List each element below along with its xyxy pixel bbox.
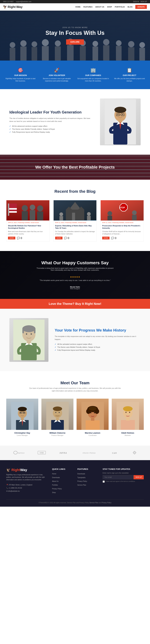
svg-point-87 — [18, 407, 27, 411]
ideological-paragraph: The rise of mobile devices obligates to … — [9, 117, 94, 123]
testimonials-title: What Our Happy Customers Say — [6, 260, 144, 265]
footer-link-privacy[interactable]: Privacy Policy — [52, 488, 62, 490]
svg-point-99 — [53, 406, 62, 411]
blog-meta-3: MAR 12, 2022 | Financing Activities, Soc… — [101, 220, 143, 224]
vote-check-3: Fully Responsive layout and Retina Displ… — [55, 349, 141, 351]
svg-rect-42 — [9, 210, 17, 211]
footer-feature-privacy[interactable]: Privacy Policy — [77, 480, 87, 482]
vote-paragraph: The template is fully responsive and can… — [55, 335, 141, 341]
nav-home[interactable]: HOME — [75, 6, 80, 8]
blog-card-3: STOP MAR 12, 2022 | Financing Activities… — [100, 200, 144, 242]
top-bar-auth[interactable]: SIGN IN SIGN UP — [133, 1, 147, 2]
blog-more-btn-1[interactable]: MORE — [8, 236, 15, 240]
top-bar-contact: 0800 123 4567 support@website.com — [3, 1, 31, 2]
footer-link-about[interactable]: About Us — [52, 480, 58, 482]
logo-icon: 🦅 — [3, 5, 7, 9]
feature-project: 📋 OUR PROJECT We offer you the best prof… — [112, 66, 147, 84]
footer-logo: 🦅 RightWay — [6, 468, 47, 472]
team-role-christopher: Lorem Manager — [6, 434, 38, 436]
feature-companies: 🏢 OUR COMPANIES Get acquainted with our … — [76, 66, 111, 84]
check-item-2: The theme uses Mobile Friendly sliders: … — [9, 128, 94, 130]
team-card-marsha: Marsha Leamon Coordinator — [77, 399, 109, 436]
cta-text: Love the Theme? Buy It Right Now! — [6, 302, 144, 306]
team-section: Meet Our Team Our team of professionals … — [0, 371, 150, 446]
blog-more-btn-2[interactable]: MORE — [55, 236, 63, 240]
signup-link[interactable]: SIGN UP — [140, 1, 147, 2]
nav-shop[interactable]: SHOP — [107, 6, 112, 8]
nav-portfolio[interactable]: PORTFOLIO — [115, 6, 125, 8]
marsha-portrait — [80, 402, 105, 430]
blog-category-2: Financing Activities, Social Issues — [65, 222, 86, 223]
vote-title: Your Vote for Progress We Make History — [55, 328, 141, 332]
svg-rect-7 — [42, 46, 49, 60]
hero-title: Stay In Focus With Us — [46, 30, 104, 36]
footer-email-input-group: SIGN UP — [103, 475, 144, 479]
svg-rect-47 — [22, 211, 28, 220]
mission-desc: RightWay helps hundreds of people to sta… — [5, 78, 36, 82]
blog-date-3: MAR 12, 2022 — [102, 222, 111, 223]
footer-feature-typography[interactable]: Typography — [77, 477, 85, 478]
svg-rect-114 — [121, 420, 135, 430]
blog-more-btn-3[interactable]: MORE — [102, 236, 109, 240]
svg-point-33 — [122, 114, 123, 115]
main-nav: HOME FEATURES ABOUT US SHOP PORTFOLIO BL… — [75, 5, 147, 9]
privacy-policy-link[interactable]: Privacy Policy — [102, 502, 111, 504]
svg-point-65 — [107, 211, 112, 216]
footer-checkbox[interactable] — [103, 480, 105, 482]
ideological-title: Ideological Leader For Youth Generation — [9, 110, 94, 114]
feature-volunteer: 🚀 JOIN VOLUNTEER Become a volunteer now … — [40, 66, 74, 84]
footer-checkbox-group: I have read and agree to the terms & con… — [103, 480, 144, 482]
svg-rect-13 — [80, 46, 86, 60]
hero-explore-button[interactable]: EXPLORE — [66, 39, 84, 45]
donate-button[interactable]: DONATE — [135, 5, 147, 9]
blog-grid: APR 23, 2022 | Financing Activities, Soc… — [6, 200, 144, 242]
blog-image-3: STOP — [101, 200, 143, 220]
logo[interactable]: 🦅 RightWay — [3, 5, 23, 9]
footer: 🦅 RightWay RightWay has a huge professio… — [0, 460, 150, 507]
service-plan-link[interactable]: Service Plan — [89, 502, 98, 504]
footer-feature-downloads[interactable]: Downloads — [77, 473, 85, 475]
footer-newsletter-title: Stay Tuned for Updates — [103, 468, 144, 470]
optimus-logo: Optimus — [12, 450, 25, 455]
nav-blog[interactable]: BLOG — [128, 6, 133, 8]
footer-link-shop[interactable]: Shop — [52, 492, 56, 494]
svg-rect-21 — [128, 47, 134, 60]
nav-features[interactable]: FEATURES — [83, 6, 92, 8]
cnr-logo: C&R — [111, 450, 119, 455]
mission-title: OUR MISSION — [5, 74, 36, 76]
signin-link[interactable]: SIGN IN — [133, 1, 139, 2]
footer-signup-button[interactable]: SIGN UP — [133, 475, 144, 479]
footer-link-home[interactable]: Home — [52, 473, 56, 475]
blog-card-2: MAR 12, 2022 | Financing Activities, Soc… — [53, 200, 97, 242]
team-card-odell: Odell Holmes Marketer — [112, 399, 144, 436]
svg-rect-1 — [10, 48, 15, 60]
footer-email-field[interactable] — [103, 475, 133, 479]
svg-rect-43 — [9, 211, 17, 213]
footer-link-downloads[interactable]: Downloads — [52, 477, 60, 478]
svg-point-117 — [123, 406, 132, 411]
footer-contact: 📍 379 Main Street, London, England 📞 +1 … — [6, 484, 47, 493]
footer-email: ✉ info@website.inc — [6, 490, 47, 493]
svg-point-67 — [132, 210, 136, 215]
svg-point-45 — [30, 205, 35, 210]
team-photo-marsha — [77, 399, 109, 430]
svg-point-110 — [89, 406, 96, 410]
footer-link-portfolio[interactable]: Portfolio — [52, 484, 58, 486]
team-name-christopher: Christopher Day — [6, 432, 38, 434]
team-photo-christopher — [6, 399, 38, 430]
footer-feature-service[interactable]: Service Plan — [77, 484, 86, 486]
svg-rect-3 — [20, 46, 27, 60]
christopher-portrait — [10, 402, 35, 430]
mission-icon: 🎯 — [5, 68, 36, 73]
sponsor-vhb: VHB — [37, 450, 46, 456]
svg-point-77 — [31, 334, 32, 335]
project-icon: 📋 — [114, 68, 145, 73]
svg-text:Optimus: Optimus — [18, 452, 25, 454]
blog-meta-2: MAR 12, 2022 | Financing Activities, Soc… — [54, 220, 97, 224]
svg-rect-15 — [92, 46, 98, 60]
svg-point-46 — [37, 206, 43, 212]
nav-about[interactable]: ABOUT US — [95, 6, 104, 8]
blog-count-2: 💬 0 — [64, 236, 69, 240]
footer-about: 🦅 RightWay RightWay has a huge professio… — [6, 468, 47, 495]
features-bar: 🎯 OUR MISSION RightWay helps hundreds of… — [0, 60, 150, 89]
